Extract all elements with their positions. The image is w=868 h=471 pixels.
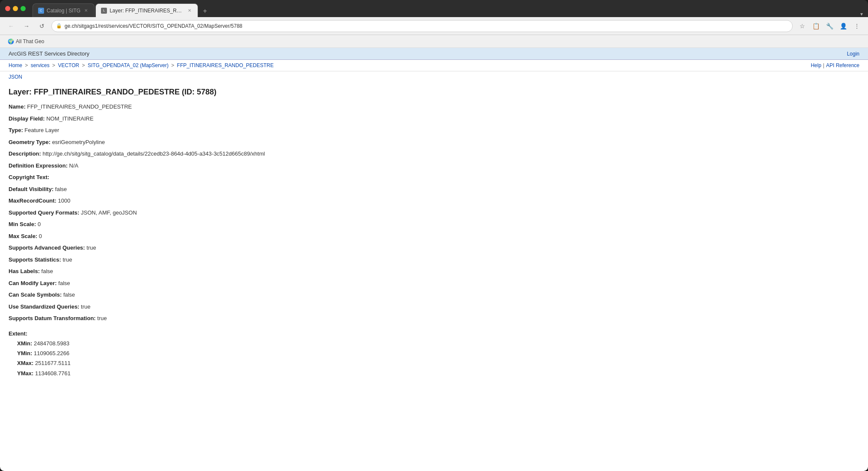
breadcrumb-bar: Home > services > VECTOR > SITG_OPENDATA… bbox=[0, 60, 868, 71]
reading-list-button[interactable]: 📋 bbox=[810, 20, 822, 32]
field-value-type: Feature Layer bbox=[24, 127, 59, 133]
field-value-geometry: esriGeometryPolyline bbox=[52, 139, 105, 145]
breadcrumb-services[interactable]: services bbox=[31, 62, 50, 68]
layer-title: Layer: FFP_ITINERAIRES_RANDO_PEDESTRE (I… bbox=[9, 88, 859, 97]
maximize-button[interactable] bbox=[21, 6, 26, 11]
title-bar: C Catalog | SITG ✕ L Layer: FFP_ITINERAI… bbox=[0, 0, 868, 17]
extent-xmax-label: XMax: bbox=[17, 360, 33, 366]
arcgis-title: ArcGIS REST Services Directory bbox=[9, 50, 89, 57]
extent-xmin: XMin: 2484708.5983 bbox=[17, 339, 859, 348]
tab-close-catalog[interactable]: ✕ bbox=[83, 8, 89, 14]
field-label-max-record: MaxRecordCount: bbox=[9, 197, 58, 204]
field-value-display: NOM_ITINERAIRE bbox=[46, 115, 94, 122]
json-link[interactable]: JSON bbox=[0, 71, 868, 81]
page-content[interactable]: ArcGIS REST Services Directory Login Hom… bbox=[0, 48, 868, 471]
extent-label: Extent: bbox=[9, 330, 859, 337]
field-value-visibility: false bbox=[55, 186, 67, 192]
field-definition-expression: Definition Expression: N/A bbox=[9, 162, 859, 170]
field-value-description: http://ge.ch/sitg/sitg_catalog/data_deta… bbox=[42, 150, 265, 157]
breadcrumb: Home > services > VECTOR > SITG_OPENDATA… bbox=[9, 62, 274, 68]
toolbar-actions: ☆ 📋 🔧 👤 ⋮ bbox=[796, 20, 863, 32]
reload-button[interactable]: ↺ bbox=[36, 20, 48, 32]
bookmark-favicon: 🌍 bbox=[8, 38, 14, 44]
field-label-statistics: Supports Statistics: bbox=[9, 256, 62, 263]
field-has-labels: Has Labels: false bbox=[9, 267, 859, 276]
extent-ymax-value: 1134608.7761 bbox=[35, 370, 71, 377]
tabs-dropdown-arrow[interactable]: ▾ bbox=[860, 11, 863, 17]
field-value-max-record: 1000 bbox=[58, 197, 71, 204]
extent-xmin-label: XMin: bbox=[17, 340, 32, 347]
tab-layer[interactable]: L Layer: FFP_ITINERAIRES_RAN... ✕ bbox=[95, 3, 198, 17]
field-can-modify: Can Modify Layer: false bbox=[9, 279, 859, 288]
breadcrumb-vector[interactable]: VECTOR bbox=[58, 62, 79, 68]
field-label-datum: Supports Datum Transformation: bbox=[9, 315, 97, 321]
extent-ymin-label: YMin: bbox=[17, 350, 32, 356]
field-value-max-scale: 0 bbox=[39, 233, 42, 239]
field-display-field: Display Field: NOM_ITINERAIRE bbox=[9, 115, 859, 123]
field-label-adv-queries: Supports Advanced Queries: bbox=[9, 244, 86, 251]
field-query-formats: Supported Query Formats: JSON, AMF, geoJ… bbox=[9, 209, 859, 217]
extent-xmax-value: 2511677.5111 bbox=[35, 360, 71, 366]
field-datum-transform: Supports Datum Transformation: true bbox=[9, 314, 859, 323]
address-bar[interactable]: 🔒 ge.ch/sitgags1/rest/services/VECTOR/SI… bbox=[51, 20, 793, 32]
field-label-type: Type: bbox=[9, 127, 24, 133]
field-label-def-expr: Definition Expression: bbox=[9, 162, 69, 169]
breadcrumb-sep1: > bbox=[25, 62, 28, 68]
close-button[interactable] bbox=[5, 6, 10, 11]
field-copyright: Copyright Text: bbox=[9, 173, 859, 182]
tab-label-catalog: Catalog | SITG bbox=[47, 8, 80, 14]
extent-ymax-label: YMax: bbox=[17, 370, 33, 377]
extensions-button[interactable]: 🔧 bbox=[824, 20, 835, 32]
breadcrumb-mapserver[interactable]: SITG_OPENDATA_02 (MapServer) bbox=[88, 62, 169, 68]
field-value-adv-queries: true bbox=[86, 244, 96, 251]
field-can-scale: Can Scale Symbols: false bbox=[9, 291, 859, 299]
traffic-lights bbox=[5, 6, 26, 11]
breadcrumb-help: Help | API Reference bbox=[811, 62, 859, 68]
profile-button[interactable]: 👤 bbox=[837, 20, 849, 32]
lock-icon: 🔒 bbox=[56, 23, 62, 29]
field-standardized-queries: Use Standardized Queries: true bbox=[9, 303, 859, 311]
breadcrumb-sep4: > bbox=[171, 62, 174, 68]
help-link[interactable]: Help bbox=[811, 62, 821, 68]
breadcrumb-home[interactable]: Home bbox=[9, 62, 22, 68]
field-description: Description: http://ge.ch/sitg/sitg_cata… bbox=[9, 150, 859, 158]
browser-window: C Catalog | SITG ✕ L Layer: FFP_ITINERAI… bbox=[0, 0, 868, 471]
forward-button[interactable]: → bbox=[21, 20, 33, 32]
minimize-button[interactable] bbox=[13, 6, 18, 11]
extent-ymax: YMax: 1134608.7761 bbox=[17, 368, 859, 378]
menu-button[interactable]: ⋮ bbox=[851, 20, 863, 32]
field-max-record-count: MaxRecordCount: 1000 bbox=[9, 197, 859, 205]
field-label-min-scale: Min Scale: bbox=[9, 221, 38, 227]
field-label-geometry: Geometry Type: bbox=[9, 139, 52, 145]
breadcrumb-sep3: > bbox=[82, 62, 85, 68]
tabs-bar: C Catalog | SITG ✕ L Layer: FFP_ITINERAI… bbox=[33, 0, 863, 17]
back-button[interactable]: ← bbox=[5, 20, 17, 32]
tab-catalog[interactable]: C Catalog | SITG ✕ bbox=[33, 3, 95, 17]
field-label-copyright: Copyright Text: bbox=[9, 174, 49, 180]
extent-ymin-value: 1109065.2266 bbox=[34, 350, 69, 356]
field-value-datum: true bbox=[97, 315, 107, 321]
field-label-std-queries: Use Standardized Queries: bbox=[9, 303, 81, 310]
field-label-query: Supported Query Formats: bbox=[9, 209, 81, 216]
extent-section: Extent: XMin: 2484708.5983 YMin: 1109065… bbox=[0, 330, 868, 383]
field-label-display: Display Field: bbox=[9, 115, 46, 122]
tab-close-layer[interactable]: ✕ bbox=[187, 8, 193, 14]
field-value-name: FFP_ITINERAIRES_RANDO_PEDESTRE bbox=[27, 103, 132, 110]
field-type: Type: Feature Layer bbox=[9, 126, 859, 135]
new-tab-button[interactable]: + bbox=[199, 5, 211, 17]
field-label-can-scale: Can Scale Symbols: bbox=[9, 291, 63, 298]
api-reference-link[interactable]: API Reference bbox=[826, 62, 859, 68]
field-value-std-queries: true bbox=[81, 303, 90, 310]
toolbar: ← → ↺ 🔒 ge.ch/sitgags1/rest/services/VEC… bbox=[0, 17, 868, 35]
bookmarks-bar: 🌍 All That Geo bbox=[0, 35, 868, 48]
bookmark-all-that-geo[interactable]: 🌍 All That Geo bbox=[5, 38, 47, 45]
breadcrumb-divider: | bbox=[823, 62, 824, 68]
field-value-query: JSON, AMF, geoJSON bbox=[81, 209, 137, 216]
field-label-description: Description: bbox=[9, 150, 42, 157]
field-name: Name: FFP_ITINERAIRES_RANDO_PEDESTRE bbox=[9, 103, 859, 111]
login-link[interactable]: Login bbox=[847, 51, 859, 57]
bookmark-star-button[interactable]: ☆ bbox=[796, 20, 808, 32]
field-label-name: Name: bbox=[9, 103, 27, 110]
breadcrumb-layer[interactable]: FFP_ITINERAIRES_RANDO_PEDESTRE bbox=[177, 62, 274, 68]
field-label-can-modify: Can Modify Layer: bbox=[9, 280, 58, 286]
